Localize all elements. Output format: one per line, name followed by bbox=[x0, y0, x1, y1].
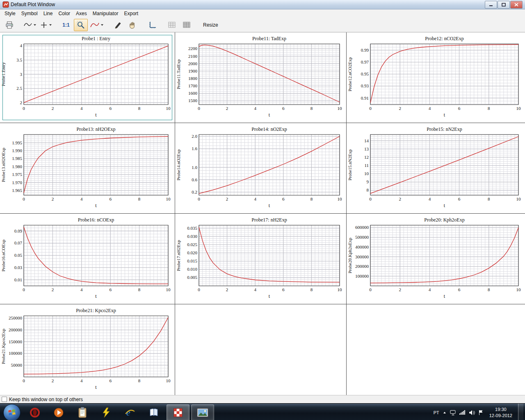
chart-cell-probe1-entry[interactable]: 024681022.533.54Probe1 : EntrytProbe1.En… bbox=[0, 32, 175, 123]
taskbar-app-clipboard[interactable] bbox=[71, 405, 94, 420]
maximize-button-icon[interactable] bbox=[498, 1, 510, 9]
svg-text:0.97: 0.97 bbox=[361, 59, 369, 64]
one-to-one-button[interactable]: 1:1 bbox=[59, 19, 73, 31]
pan-button[interactable] bbox=[126, 19, 139, 31]
svg-text:0: 0 bbox=[23, 106, 25, 111]
svg-text:0: 0 bbox=[369, 196, 372, 201]
app-icon bbox=[2, 1, 9, 8]
menu-bar: Style Symbol Line Color Axes Manipulator… bbox=[0, 9, 525, 18]
svg-text:1.0: 1.0 bbox=[192, 165, 197, 170]
svg-text:Probe1 : Entry: Probe1 : Entry bbox=[82, 36, 110, 41]
svg-text:Probe11.TadExp: Probe11.TadExp bbox=[176, 59, 181, 89]
svg-text:500000: 500000 bbox=[355, 235, 369, 240]
svg-text:1.990: 1.990 bbox=[12, 148, 22, 153]
grid-button[interactable] bbox=[165, 19, 179, 31]
svg-text:9: 9 bbox=[367, 179, 369, 184]
taskbar-app-media-player[interactable] bbox=[48, 405, 70, 420]
menu-line[interactable]: Line bbox=[41, 10, 56, 17]
taskbar-app-notes[interactable] bbox=[143, 405, 165, 420]
tray-signal-icon[interactable] bbox=[459, 410, 466, 415]
svg-text:8: 8 bbox=[488, 106, 490, 111]
svg-text:Probe16: nCOExp: Probe16: nCOExp bbox=[78, 217, 114, 223]
print-button[interactable] bbox=[2, 19, 16, 31]
line-style-icon bbox=[23, 21, 32, 29]
chevron-down-icon bbox=[49, 24, 52, 26]
svg-text:Probe11: TadExp: Probe11: TadExp bbox=[252, 36, 286, 41]
menu-symbol[interactable]: Symbol bbox=[18, 10, 41, 17]
svg-text:10: 10 bbox=[516, 106, 521, 111]
zoom-box-button[interactable] bbox=[74, 19, 88, 31]
keep-on-top-checkbox[interactable] bbox=[2, 397, 7, 402]
dense-grid-button[interactable] bbox=[180, 19, 194, 31]
svg-text:Probe13.nH2OExp: Probe13.nH2OExp bbox=[1, 147, 6, 182]
menu-manipulator[interactable]: Manipulator bbox=[90, 10, 121, 17]
svg-text:10: 10 bbox=[166, 196, 171, 201]
svg-text:6: 6 bbox=[458, 106, 461, 111]
title-bar[interactable]: Default Plot Window bbox=[0, 0, 525, 9]
svg-text:Probe21.Kpco2Exp: Probe21.Kpco2Exp bbox=[1, 329, 6, 364]
chart-cell-probe17-nh2exp[interactable]: 02468100.0050.0100.0150.0200.0250.0300.0… bbox=[175, 214, 347, 304]
svg-text:0.020: 0.020 bbox=[187, 250, 197, 255]
resize-button[interactable]: Resize bbox=[199, 19, 222, 31]
svg-text:10: 10 bbox=[338, 196, 342, 201]
close-button-icon[interactable] bbox=[510, 1, 523, 9]
svg-text:600000: 600000 bbox=[355, 225, 369, 230]
start-button[interactable] bbox=[3, 404, 21, 420]
svg-text:6: 6 bbox=[109, 196, 112, 201]
tray-volume-icon[interactable] bbox=[469, 410, 475, 415]
svg-text:6: 6 bbox=[282, 196, 285, 201]
symbol-dropdown[interactable] bbox=[39, 19, 53, 31]
show-desktop-button[interactable] bbox=[518, 404, 523, 420]
svg-text:2: 2 bbox=[52, 196, 54, 201]
chart-cell-probe12-nco2exp[interactable]: 02468100.910.930.950.970.99Probe12: nCO2… bbox=[347, 32, 525, 123]
svg-text:10: 10 bbox=[338, 106, 342, 111]
tray-action-center-flag-icon[interactable] bbox=[478, 410, 484, 415]
chart-cell-probe16-ncoexp[interactable]: 02468100.010.030.050.070.09Probe16: nCOE… bbox=[0, 214, 175, 304]
taskbar-app-internet-explorer[interactable]: e bbox=[119, 405, 141, 420]
svg-text:2: 2 bbox=[399, 106, 401, 111]
svg-text:1500: 1500 bbox=[188, 98, 198, 103]
curve-dropdown[interactable] bbox=[89, 19, 105, 31]
menu-axes[interactable]: Axes bbox=[73, 10, 90, 17]
tray-chevron-up-icon[interactable] bbox=[443, 411, 447, 414]
menu-color[interactable]: Color bbox=[55, 10, 73, 17]
menu-style[interactable]: Style bbox=[2, 10, 18, 17]
axes-button[interactable] bbox=[145, 19, 159, 31]
svg-text:Probe15.nN2Exp: Probe15.nN2Exp bbox=[347, 149, 352, 180]
taskbar-app-image-viewer[interactable] bbox=[191, 404, 214, 420]
svg-text:t: t bbox=[444, 293, 445, 299]
svg-text:1.6: 1.6 bbox=[192, 146, 197, 151]
taskbar-app-plot-tool[interactable] bbox=[167, 404, 189, 420]
chart-cell-probe11-tadexp[interactable]: 024681015001600170018001900200021002200P… bbox=[175, 32, 347, 123]
tray-network-icon[interactable] bbox=[450, 410, 456, 415]
svg-text:0.07: 0.07 bbox=[14, 240, 23, 245]
svg-text:6: 6 bbox=[109, 287, 112, 292]
svg-text:2: 2 bbox=[52, 106, 54, 111]
language-indicator[interactable]: PT bbox=[434, 410, 439, 415]
taskbar-app-browser[interactable] bbox=[24, 405, 46, 420]
svg-text:8: 8 bbox=[138, 378, 141, 383]
svg-text:2.0: 2.0 bbox=[192, 134, 197, 139]
pen-button[interactable] bbox=[111, 19, 125, 31]
minimize-button-icon[interactable] bbox=[485, 1, 497, 9]
chart-cell-probe13-nh2oexp[interactable]: 02468101.9651.9701.9751.9801.9851.9901.9… bbox=[0, 123, 175, 214]
svg-text:2100: 2100 bbox=[188, 54, 198, 59]
chart-cell-probe14-no2exp[interactable]: 02468100.20.61.01.62.0Probe14: nO2ExptPr… bbox=[175, 123, 347, 214]
taskbar-app-lightning[interactable] bbox=[95, 405, 117, 420]
menu-export[interactable]: Export bbox=[121, 10, 141, 17]
svg-text:100000: 100000 bbox=[355, 274, 369, 278]
grid-icon bbox=[168, 21, 176, 29]
image-viewer-icon bbox=[197, 408, 208, 417]
line-style-dropdown[interactable] bbox=[22, 19, 38, 31]
chart-cell-probe21-kpco2exp[interactable]: 024681050000100000150000200000250000Prob… bbox=[0, 304, 175, 395]
svg-text:3: 3 bbox=[20, 72, 23, 77]
svg-text:0: 0 bbox=[198, 106, 200, 111]
lightning-icon bbox=[101, 407, 112, 418]
taskbar-clock[interactable]: 19:30 12-09-2012 bbox=[487, 406, 515, 419]
chart-cell-probe15-nn2exp[interactable]: 0246810891011121314Probe15: nN2ExptProbe… bbox=[347, 123, 525, 214]
symbol-icon bbox=[40, 21, 48, 29]
svg-text:11: 11 bbox=[364, 163, 369, 168]
svg-text:10: 10 bbox=[166, 378, 171, 383]
svg-text:300000: 300000 bbox=[355, 254, 369, 259]
chart-cell-probe20-kph2oexp[interactable]: 0246810100000200000300000400000500000600… bbox=[347, 214, 525, 304]
